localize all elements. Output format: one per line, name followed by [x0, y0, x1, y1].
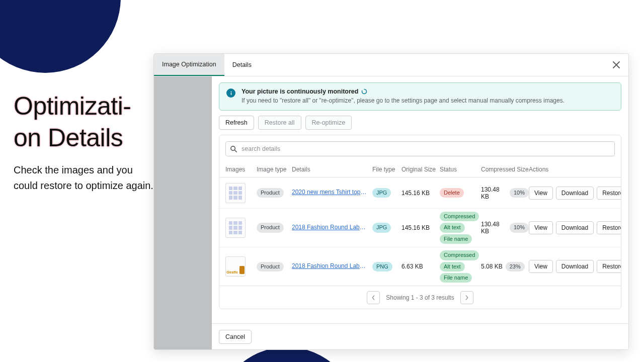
decorative-circle-top — [0, 0, 121, 73]
pager-prev-button[interactable] — [367, 291, 380, 304]
details-link[interactable]: 2018 Fashion Round Label Tria… — [292, 224, 367, 231]
content-area: Your picture is continuously monitored I… — [212, 76, 628, 323]
file-type-badge: JPG — [372, 188, 391, 198]
status-badge: Delete — [440, 188, 464, 198]
info-icon — [226, 88, 235, 98]
tabs: Image Optimization Details — [154, 54, 628, 76]
view-button[interactable]: View — [529, 187, 553, 200]
details-link[interactable]: 2018 Fashion Round Label Tria… — [292, 262, 367, 269]
search-icon — [230, 145, 237, 153]
col-file-type: File type — [372, 166, 401, 173]
file-type-badge: PNG — [372, 262, 392, 272]
image-thumbnail: Giraffe — [225, 256, 246, 277]
side-heading: Optimizati- on Details — [14, 90, 154, 153]
restore-button[interactable]: Restore — [597, 187, 621, 200]
col-image-type: Image type — [257, 166, 292, 173]
status-badge: Alt text — [440, 262, 465, 272]
col-actions: Actions — [529, 166, 617, 173]
compressed-size: 5.08 KB — [481, 263, 503, 270]
banner-title: Your picture is continuously monitored — [242, 88, 367, 95]
compressed-pct-badge: 10% — [510, 223, 529, 232]
spinner-icon — [361, 88, 367, 95]
close-button[interactable] — [611, 60, 621, 70]
refresh-button[interactable]: Refresh — [219, 116, 254, 130]
original-size: 145.16 KB — [401, 190, 440, 197]
banner-text: If you need to "restore all" or "re-opti… — [242, 97, 565, 104]
view-button[interactable]: View — [529, 221, 553, 234]
reoptimize-button[interactable]: Re-optimize — [305, 116, 352, 130]
view-button[interactable]: View — [529, 260, 553, 273]
col-images: Images — [225, 166, 257, 173]
status-badge: Alt text — [440, 223, 465, 232]
svg-rect-1 — [230, 93, 231, 95]
left-rail — [154, 76, 212, 349]
compressed-size: 130.48 KB — [481, 221, 507, 235]
table-row: Product2020 new mens Tshirt tops hip…JPG… — [219, 177, 621, 209]
pager-summary: Showing 1 - 3 of 3 results — [386, 294, 454, 301]
restore-button[interactable]: Restore — [597, 221, 621, 234]
compressed-size: 130.48 KB — [481, 186, 507, 200]
compressed-pct-badge: 10% — [510, 188, 529, 198]
close-icon — [613, 61, 620, 68]
chevron-left-icon — [371, 295, 375, 300]
compressed-pct-badge: 23% — [506, 262, 525, 272]
pager-next-button[interactable] — [460, 291, 473, 304]
table-header: Images Image type Details File type Orig… — [219, 161, 621, 177]
status-badge: Compressed — [440, 250, 479, 260]
image-type-badge: Product — [257, 262, 284, 272]
original-size: 145.16 KB — [401, 224, 440, 231]
file-type-badge: JPG — [372, 223, 391, 232]
col-compressed-size: Compressed Size — [481, 166, 529, 173]
restore-all-button[interactable]: Restore all — [258, 116, 301, 130]
image-thumbnail — [225, 183, 246, 203]
side-copy: Optimizati- on Details Check the images … — [14, 90, 154, 194]
original-size: 6.63 KB — [401, 263, 440, 270]
details-link[interactable]: 2020 new mens Tshirt tops hip… — [292, 189, 367, 196]
pager: Showing 1 - 3 of 3 results — [219, 286, 621, 309]
details-panel: Image Optimization Details Your picture … — [153, 53, 629, 350]
image-type-badge: Product — [257, 188, 284, 198]
col-status: Status — [440, 166, 481, 173]
toolbar: Refresh Restore all Re-optimize — [219, 116, 621, 130]
image-thumbnail — [225, 218, 246, 238]
tab-details[interactable]: Details — [224, 54, 260, 76]
status-badge: File name — [440, 273, 472, 283]
svg-point-0 — [230, 91, 231, 92]
download-button[interactable]: Download — [556, 187, 594, 200]
col-original-size: Original Size — [401, 166, 440, 173]
restore-button[interactable]: Restore — [597, 260, 621, 273]
download-button[interactable]: Download — [556, 260, 594, 273]
svg-line-3 — [235, 150, 237, 152]
side-body: Check the images and you could restore t… — [14, 162, 154, 194]
chevron-right-icon — [465, 295, 469, 300]
tab-image-optimization[interactable]: Image Optimization — [154, 54, 224, 76]
info-banner: Your picture is continuously monitored I… — [219, 82, 621, 111]
download-button[interactable]: Download — [556, 221, 594, 234]
results-card: Images Image type Details File type Orig… — [219, 135, 621, 309]
image-type-badge: Product — [257, 223, 284, 232]
search-bar — [225, 141, 615, 156]
table-row: Product2018 Fashion Round Label Tria…JPG… — [219, 209, 621, 247]
status-badge: Compressed — [440, 212, 479, 221]
status-badge: File name — [440, 234, 472, 244]
search-input[interactable] — [242, 145, 610, 152]
cancel-button[interactable]: Cancel — [219, 330, 252, 344]
table-row: GiraffeProduct2018 Fashion Round Label T… — [219, 247, 621, 286]
col-details: Details — [292, 166, 372, 173]
results-table: Images Image type Details File type Orig… — [219, 161, 621, 286]
footer: Cancel — [212, 323, 628, 349]
